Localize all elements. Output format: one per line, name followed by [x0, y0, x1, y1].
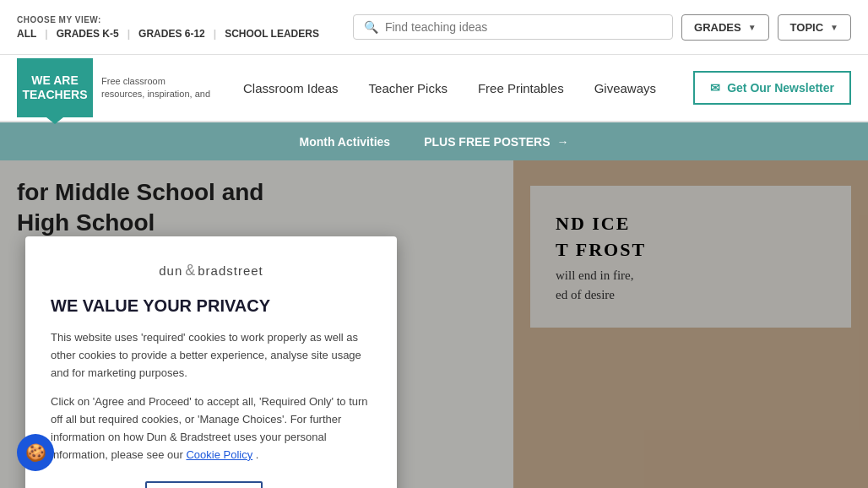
- promo-text: Month Activities: [300, 135, 391, 149]
- brand-ampersand: &: [185, 262, 195, 279]
- modal-actions: Manage Choices Required Only Agree & Pro…: [51, 481, 372, 488]
- nav-giveaways[interactable]: Giveaways: [579, 73, 671, 104]
- newsletter-label: Get Our Newsletter: [727, 81, 834, 95]
- newsletter-button[interactable]: ✉ Get Our Newsletter: [693, 71, 851, 105]
- email-icon: ✉: [710, 81, 720, 95]
- view-612-link[interactable]: GRADES 6-12: [138, 28, 205, 40]
- required-only-button[interactable]: Required Only: [145, 481, 263, 488]
- modal-body-2-end: .: [256, 448, 259, 461]
- brand-left: dun: [159, 263, 182, 278]
- modal-logo: dun & bradstreet: [51, 262, 372, 279]
- promo-banner: Month Activities PLUS FREE POSTERS →: [0, 122, 868, 160]
- logo-line2: TEACHERS: [22, 88, 87, 102]
- modal-body-2: Click on 'Agree and Proceed' to accept a…: [51, 393, 372, 464]
- search-bar: 🔍: [353, 14, 673, 40]
- cookie-fab-button[interactable]: 🍪: [17, 434, 54, 471]
- site-logo[interactable]: WE ARE TEACHERS: [17, 58, 93, 117]
- search-input[interactable]: [385, 20, 662, 34]
- topic-chevron-icon: ▼: [830, 23, 838, 32]
- promo-posters-link[interactable]: PLUS FREE POSTERS →: [424, 135, 568, 149]
- logo-tagline: Free classroom resources, inspiration, a…: [101, 75, 211, 101]
- choose-label: CHOOSE MY VIEW:: [17, 15, 319, 24]
- modal-title: WE VALUE YOUR PRIVACY: [51, 296, 372, 316]
- cookie-policy-link[interactable]: Cookie Policy: [186, 448, 252, 461]
- view-all-link[interactable]: ALL: [17, 28, 36, 40]
- promo-plus-text: PLUS FREE POSTERS: [424, 135, 550, 149]
- view-k5-link[interactable]: GRADES K-5: [57, 28, 119, 40]
- modal-body-1: This website uses 'required' cookies to …: [51, 329, 372, 382]
- topic-label: TOPIC: [790, 21, 824, 34]
- grades-label: GRADES: [694, 21, 741, 34]
- arrow-icon: →: [556, 135, 568, 149]
- topic-dropdown-button[interactable]: TOPIC ▼: [778, 14, 851, 41]
- top-nav-bar: CHOOSE MY VIEW: ALL | GRADES K-5 | GRADE…: [0, 0, 868, 55]
- view-links: ALL | GRADES K-5 | GRADES 6-12 | SCHOOL …: [17, 28, 319, 40]
- modal-overlay: dun & bradstreet WE VALUE YOUR PRIVACY T…: [0, 160, 868, 488]
- nav-teacher-picks[interactable]: Teacher Picks: [354, 73, 463, 104]
- search-icon: 🔍: [364, 20, 378, 34]
- logo-line1: WE ARE: [31, 73, 78, 88]
- nav-free-printables[interactable]: Free Printables: [463, 73, 579, 104]
- main-nav: Classroom Ideas Teacher Picks Free Print…: [228, 71, 851, 105]
- nav-classroom-ideas[interactable]: Classroom Ideas: [228, 73, 354, 104]
- content-area: for Middle School and High School ND ICE…: [0, 160, 868, 488]
- logo-wrap: WE ARE TEACHERS Free classroom resources…: [17, 58, 211, 117]
- cookie-icon: 🍪: [25, 442, 46, 463]
- grades-dropdown-button[interactable]: GRADES ▼: [681, 14, 769, 41]
- main-header: WE ARE TEACHERS Free classroom resources…: [0, 55, 868, 122]
- brand-right: bradstreet: [198, 263, 263, 278]
- privacy-modal: dun & bradstreet WE VALUE YOUR PRIVACY T…: [25, 236, 397, 488]
- view-selector: CHOOSE MY VIEW: ALL | GRADES K-5 | GRADE…: [17, 15, 319, 40]
- grades-chevron-icon: ▼: [748, 23, 757, 32]
- view-leaders-link[interactable]: SCHOOL LEADERS: [225, 28, 319, 40]
- tagline-text: Free classroom resources, inspiration, a…: [101, 76, 210, 99]
